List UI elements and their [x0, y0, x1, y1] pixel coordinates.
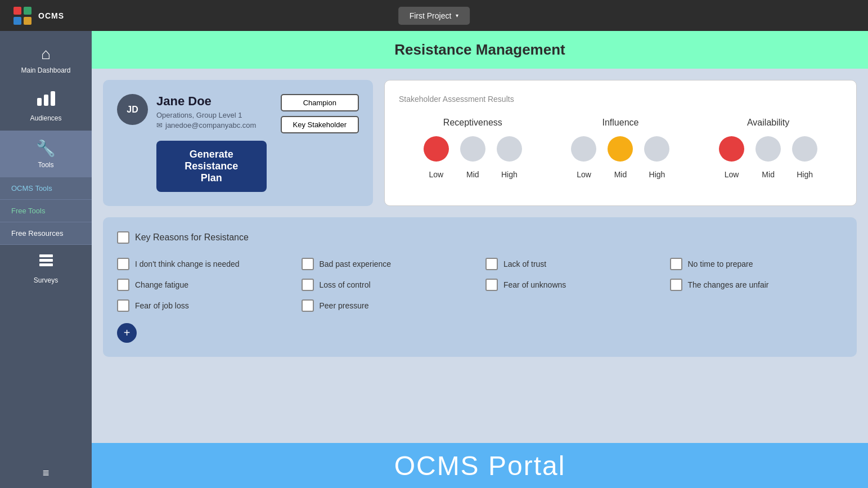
- svg-rect-10: [39, 263, 53, 266]
- profile-info: Jane Doe Operations, Group Level 1 ✉ jan…: [156, 94, 267, 192]
- influence-high-radio[interactable]: [644, 136, 669, 162]
- dropdown-arrow-icon: ▾: [456, 12, 458, 19]
- reason-item-8: The changes are unfair: [670, 279, 843, 291]
- svg-rect-9: [39, 259, 53, 262]
- email-icon: ✉: [156, 121, 163, 129]
- svg-rect-6: [44, 95, 48, 106]
- sidebar-item-tools[interactable]: 🔧 Tools: [0, 131, 92, 177]
- main-content: JD Jane Doe Operations, Group Level 1 ✉ …: [92, 69, 868, 443]
- receptiveness-radio-group: [424, 136, 522, 162]
- profile-email: ✉ janedoe@companyabc.com: [156, 121, 267, 129]
- footer: OCMS Portal: [92, 443, 868, 488]
- logo-text: OCMS: [38, 11, 64, 20]
- influence-mid-radio[interactable]: [608, 136, 633, 162]
- availability-category: Availability Low Mid High: [719, 118, 817, 179]
- reason-checkbox-4[interactable]: [670, 258, 682, 270]
- reason-checkbox-3[interactable]: [485, 258, 498, 270]
- profile-name: Jane Doe: [156, 94, 267, 109]
- availability-low-radio[interactable]: [719, 136, 744, 162]
- sidebar-bottom: ≡: [34, 458, 58, 488]
- reason-text-5: Change fatigue: [135, 280, 188, 289]
- sidebar-item-surveys[interactable]: Surveys: [0, 245, 92, 293]
- page-title: Resistance Management: [102, 41, 858, 59]
- availability-low-label: Low: [719, 170, 744, 179]
- surveys-icon: [38, 253, 54, 273]
- sidebar-item-audiences[interactable]: Audiences: [0, 83, 92, 131]
- profile-role: Operations, Group Level 1: [156, 111, 267, 119]
- key-stakeholder-badge-button[interactable]: Key Stakeholder: [281, 116, 359, 133]
- logo-area: OCMS: [11, 5, 64, 27]
- receptiveness-labels: Low Mid High: [424, 170, 522, 179]
- audiences-icon: [37, 91, 55, 111]
- availability-mid-radio[interactable]: [755, 136, 781, 162]
- svg-rect-8: [39, 254, 53, 257]
- assessment-grid: Receptiveness Low Mid High: [399, 118, 842, 179]
- reason-checkbox-6[interactable]: [302, 279, 314, 291]
- profile-section: JD Jane Doe Operations, Group Level 1 ✉ …: [103, 80, 857, 206]
- influence-low-radio[interactable]: [571, 136, 596, 162]
- reason-item-10: Peer pressure: [302, 299, 475, 312]
- reason-text-4: No time to prepare: [688, 259, 753, 268]
- profile-badges: Champion Key Stakeholder: [281, 94, 359, 133]
- ocms-tools-label: OCMS Tools: [11, 184, 52, 192]
- reason-text-2: Bad past experience: [320, 259, 392, 268]
- stakeholder-assessment-title: Stakeholder Assessment Results: [399, 95, 842, 104]
- sidebar-sub-free-tools[interactable]: Free Tools: [0, 200, 92, 222]
- reason-item-2: Bad past experience: [302, 258, 475, 270]
- main-layout: ⌂ Main Dashboard Audiences 🔧 Tools OCMS …: [0, 31, 868, 488]
- influence-high-label: High: [644, 170, 669, 179]
- availability-mid-label: Mid: [755, 170, 781, 179]
- avatar: JD: [117, 94, 148, 125]
- email-text: janedoe@companyabc.com: [165, 121, 256, 129]
- reason-checkbox-5[interactable]: [117, 279, 129, 291]
- project-label: First Project: [410, 11, 452, 20]
- generate-resistance-plan-button[interactable]: Generate Resistance Plan: [156, 141, 267, 192]
- home-icon: ⌂: [41, 45, 51, 63]
- reason-checkbox-2[interactable]: [302, 258, 314, 270]
- page-header: Resistance Management: [92, 31, 868, 69]
- reasons-grid: I don't think change is needed Bad past …: [117, 258, 843, 312]
- sidebar-sub-ocms-tools[interactable]: OCMS Tools: [0, 177, 92, 200]
- availability-high-radio[interactable]: [792, 136, 817, 162]
- free-resources-label: Free Resources: [11, 229, 63, 238]
- reason-item-7: Fear of unknowns: [485, 279, 659, 291]
- champion-badge-button[interactable]: Champion: [281, 94, 359, 111]
- reason-text-6: Loss of control: [320, 280, 371, 289]
- receptiveness-mid-radio[interactable]: [460, 136, 485, 162]
- reason-checkbox-7[interactable]: [485, 279, 498, 291]
- top-nav: OCMS First Project ▾: [0, 0, 868, 31]
- resistance-header: Key Reasons for Resistance: [117, 231, 843, 244]
- reason-item-1: I don't think change is needed: [117, 258, 290, 270]
- ocms-logo-icon: [11, 5, 34, 27]
- sidebar-main-dashboard-label: Main Dashboard: [21, 66, 70, 74]
- receptiveness-high-radio[interactable]: [497, 136, 522, 162]
- reason-item-4: No time to prepare: [670, 258, 843, 270]
- reason-checkbox-9[interactable]: [117, 299, 129, 312]
- receptiveness-low-radio[interactable]: [424, 136, 449, 162]
- reason-item-9: Fear of job loss: [117, 299, 290, 312]
- add-reason-button[interactable]: +: [117, 323, 137, 343]
- resistance-header-checkbox[interactable]: [117, 231, 129, 244]
- content-area: Resistance Management JD Jane Doe Operat…: [92, 31, 868, 488]
- influence-radio-group: [571, 136, 669, 162]
- resistance-title: Key Reasons for Resistance: [135, 232, 249, 243]
- influence-mid-label: Mid: [608, 170, 633, 179]
- sidebar-surveys-label: Surveys: [34, 276, 58, 284]
- sidebar: ⌂ Main Dashboard Audiences 🔧 Tools OCMS …: [0, 31, 92, 488]
- svg-rect-7: [51, 91, 55, 106]
- reason-text-3: Lack of trust: [503, 259, 546, 268]
- reason-checkbox-1[interactable]: [117, 258, 129, 270]
- reason-checkbox-10[interactable]: [302, 299, 314, 312]
- influence-category: Influence Low Mid High: [571, 118, 669, 179]
- availability-label: Availability: [747, 118, 789, 128]
- reason-text-9: Fear of job loss: [135, 301, 189, 310]
- sidebar-item-main-dashboard[interactable]: ⌂ Main Dashboard: [0, 37, 92, 83]
- reason-checkbox-8[interactable]: [670, 279, 682, 291]
- svg-rect-4: [24, 17, 32, 25]
- sidebar-audiences-label: Audiences: [30, 114, 61, 122]
- hamburger-icon[interactable]: ≡: [43, 467, 50, 479]
- sidebar-sub-free-resources[interactable]: Free Resources: [0, 222, 92, 245]
- receptiveness-label: Receptiveness: [443, 118, 502, 128]
- reason-text-8: The changes are unfair: [688, 280, 769, 289]
- project-selector[interactable]: First Project ▾: [398, 7, 470, 25]
